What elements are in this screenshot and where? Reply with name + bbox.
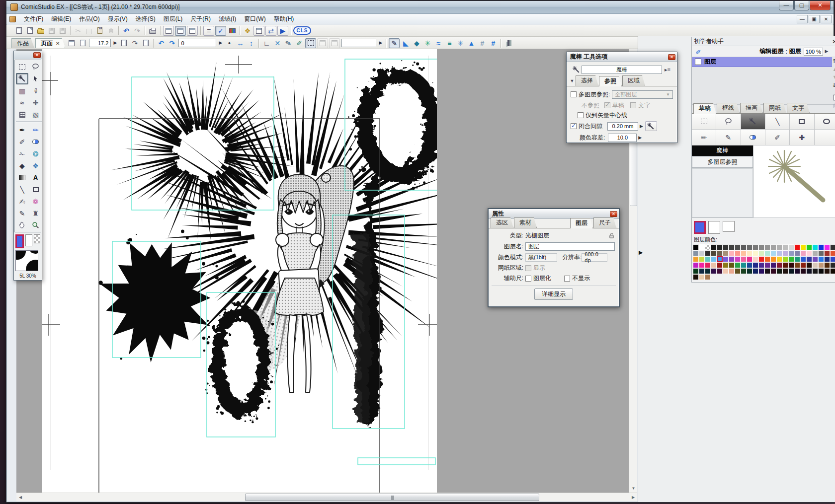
layer-row[interactable]: 图层 [692, 57, 832, 67]
layer-list[interactable]: 图层 [692, 57, 835, 105]
layer-color-swatch[interactable] [782, 268, 788, 274]
minimize-button[interactable]: — [779, 1, 794, 10]
menu-item-2[interactable]: 作品(O) [75, 14, 103, 23]
layer-color-swatch[interactable] [794, 256, 800, 262]
layer-color-swatch[interactable] [693, 274, 699, 280]
add-panel-icon[interactable]: ▸≡ [662, 65, 673, 74]
assistant-tool-sel-lasso[interactable] [716, 114, 741, 130]
assistant-tool-pencil[interactable]: ✎ [716, 130, 741, 145]
assistant-tab-网纸[interactable]: 网纸 [763, 103, 786, 113]
layer-color-swatch[interactable] [752, 268, 758, 274]
layer-color-swatch[interactable] [812, 250, 818, 256]
mdi-close-button[interactable]: ✕ [821, 15, 832, 23]
layer-color-swatch[interactable] [758, 250, 764, 256]
layer-color-swatch[interactable] [818, 262, 824, 268]
scroll-down-icon[interactable]: ▼ [629, 485, 638, 493]
delete-layer-icon[interactable] [832, 102, 835, 109]
layer-color-swatch[interactable] [699, 274, 705, 280]
wand-ruler-icon[interactable]: ✳ [422, 38, 433, 48]
gap-step-icon[interactable]: ▶ [640, 124, 643, 129]
layer-to-top-icon[interactable]: ⇈ [832, 58, 835, 65]
tool-pattern-fill[interactable]: ❖ [29, 160, 42, 171]
layer-color-swatch[interactable] [705, 262, 711, 268]
foreground-color-swatch[interactable] [15, 234, 24, 248]
layer-color-swatch[interactable] [711, 262, 717, 268]
page-setup-icon[interactable] [77, 38, 88, 48]
new-from-template-icon[interactable] [24, 26, 35, 36]
panel-check-icon[interactable]: ✓ [215, 26, 226, 36]
layer-color-swatch[interactable] [752, 250, 758, 256]
tool-tone-sphere[interactable]: ❂ [29, 148, 42, 159]
layer-color-swatch[interactable] [741, 262, 747, 268]
maximize-button[interactable]: ▢ [794, 1, 809, 10]
flip-vertical-icon[interactable]: ↕ [246, 38, 256, 48]
panel-list-icon[interactable]: ≡ [203, 26, 214, 36]
assistant-tool-draw-line[interactable]: ╲ [765, 114, 790, 130]
ruler-hide-checkbox[interactable] [564, 276, 570, 282]
background-color-swatch[interactable] [25, 234, 32, 246]
tool-move[interactable]: ✚ [29, 97, 42, 108]
layer-color-swatch[interactable] [717, 244, 723, 250]
layer-color-swatch[interactable] [699, 268, 705, 274]
layer-opacity-value[interactable]: 100 % [804, 48, 823, 56]
layer-color-swatch[interactable] [830, 268, 835, 274]
tool-text[interactable]: A [29, 172, 42, 183]
fit-window-icon[interactable] [66, 38, 77, 48]
reset-view-icon[interactable]: • [224, 38, 235, 48]
layer-color-swatch[interactable] [770, 268, 776, 274]
assistant-tool-sel-magic-wand[interactable] [741, 114, 765, 130]
snap-selection-icon[interactable] [305, 38, 316, 48]
tool-frame-cut[interactable]: ▧ [29, 109, 42, 120]
layer-color-swatch[interactable] [729, 244, 735, 250]
tool-zoom[interactable] [29, 219, 42, 231]
assistant-tool-brush-pen[interactable]: ✐ [765, 130, 790, 145]
print-icon[interactable] [147, 26, 158, 36]
assistant-tool-draw-ellipse[interactable] [815, 114, 835, 130]
layer-color-swatch[interactable] [747, 268, 752, 274]
layer-color-swatch[interactable] [812, 244, 818, 250]
menu-item-4[interactable]: 选择(S) [132, 14, 160, 23]
parallel-ruler-icon[interactable]: ≡ [444, 38, 455, 48]
layer-to-bottom-icon[interactable]: ⇊ [832, 82, 835, 88]
tool-decoration[interactable]: ❁ [29, 196, 42, 207]
layer-color-swatch[interactable] [747, 250, 752, 256]
menu-item-5[interactable]: 图层(L) [160, 14, 187, 23]
ruler-step-icon[interactable]: ▶ [377, 38, 384, 48]
layer-color-swatch[interactable] [735, 262, 741, 268]
layer-color-swatch[interactable] [830, 262, 835, 268]
layer-color-swatch[interactable] [800, 268, 806, 274]
tool-dropdown-icon[interactable]: ▼ [569, 76, 576, 86]
tab-story[interactable]: 作品 [11, 38, 34, 48]
tool-pen[interactable]: ✒ [16, 124, 28, 136]
layer-color-swatch[interactable] [758, 268, 764, 274]
tone-preview[interactable] [15, 250, 38, 271]
layer-color-swatch[interactable] [764, 250, 770, 256]
layer-color-swatch[interactable] [824, 268, 830, 274]
layer-color-swatch[interactable] [693, 268, 699, 274]
layer-color-swatch[interactable] [770, 250, 776, 256]
grid-ruler-blue-icon[interactable]: # [488, 38, 499, 48]
tool-brush[interactable]: ✐ [16, 136, 28, 147]
layer-color-swatch[interactable] [711, 268, 717, 274]
layer-color-swatch[interactable] [800, 244, 806, 250]
layer-color-swatch[interactable] [758, 262, 764, 268]
tool-line[interactable]: ╲ [16, 184, 28, 195]
layer-color-swatch[interactable] [693, 250, 699, 256]
layer-color-swatch[interactable] [806, 244, 812, 250]
layer-color-swatch[interactable] [782, 244, 788, 250]
layer-down-icon[interactable]: ▼ [832, 74, 835, 80]
open-page-icon[interactable] [253, 26, 264, 36]
sync-view-icon[interactable]: ⇄ [265, 26, 276, 36]
tool-correct-line[interactable]: ✎ [16, 208, 28, 219]
close-gap-checkbox[interactable] [571, 123, 577, 129]
layer-color-swatch[interactable] [752, 262, 758, 268]
layer-color-swatch[interactable] [770, 256, 776, 262]
layer-color-swatch[interactable] [747, 256, 752, 262]
mdi-restore-button[interactable]: ▣ [809, 15, 820, 23]
wand-tab-选择[interactable]: 选择 [576, 75, 598, 86]
materials-icon[interactable]: ❖ [242, 26, 253, 36]
layer-color-swatch[interactable] [729, 256, 735, 262]
redo-icon[interactable]: ↷ [132, 26, 143, 36]
assistant-close-icon[interactable]: ✕ [832, 38, 835, 45]
layer-color-swatch[interactable] [758, 244, 764, 250]
